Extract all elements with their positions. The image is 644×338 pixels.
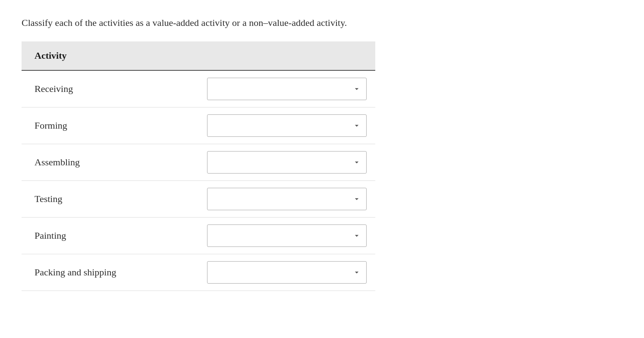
- classification-dropdown-assembling[interactable]: Value-addedNon-value-added: [207, 151, 367, 174]
- dropdown-cell-forming: Value-addedNon-value-added: [207, 114, 375, 137]
- dropdown-cell-painting: Value-addedNon-value-added: [207, 224, 375, 247]
- activity-label-testing: Testing: [22, 193, 207, 205]
- classification-dropdown-receiving[interactable]: Value-addedNon-value-added: [207, 78, 367, 100]
- activity-label-packing-and-shipping: Packing and shipping: [22, 267, 207, 278]
- classification-dropdown-painting[interactable]: Value-addedNon-value-added: [207, 224, 367, 247]
- activity-label-receiving: Receiving: [22, 83, 207, 95]
- activity-label-forming: Forming: [22, 120, 207, 131]
- dropdown-cell-assembling: Value-addedNon-value-added: [207, 151, 375, 174]
- table-row: FormingValue-addedNon-value-added: [22, 107, 375, 144]
- table-row: ReceivingValue-addedNon-value-added: [22, 71, 375, 107]
- classification-dropdown-testing[interactable]: Value-addedNon-value-added: [207, 188, 367, 210]
- activity-label-painting: Painting: [22, 230, 207, 241]
- activity-column-header: Activity: [22, 41, 207, 70]
- activity-table: Activity ReceivingValue-addedNon-value-a…: [22, 41, 375, 291]
- classification-column-header: [207, 41, 375, 70]
- classification-dropdown-forming[interactable]: Value-addedNon-value-added: [207, 114, 367, 137]
- classification-dropdown-packing-and-shipping[interactable]: Value-addedNon-value-added: [207, 261, 367, 284]
- table-row: PaintingValue-addedNon-value-added: [22, 218, 375, 254]
- table-body: ReceivingValue-addedNon-value-addedFormi…: [22, 71, 375, 291]
- table-header-row: Activity: [22, 41, 375, 71]
- dropdown-cell-packing-and-shipping: Value-addedNon-value-added: [207, 261, 375, 284]
- dropdown-cell-receiving: Value-addedNon-value-added: [207, 78, 375, 100]
- table-row: TestingValue-addedNon-value-added: [22, 181, 375, 218]
- activity-label-assembling: Assembling: [22, 157, 207, 168]
- dropdown-cell-testing: Value-addedNon-value-added: [207, 188, 375, 210]
- instruction-text: Classify each of the activities as a val…: [22, 17, 622, 28]
- table-row: AssemblingValue-addedNon-value-added: [22, 144, 375, 181]
- table-row: Packing and shippingValue-addedNon-value…: [22, 254, 375, 291]
